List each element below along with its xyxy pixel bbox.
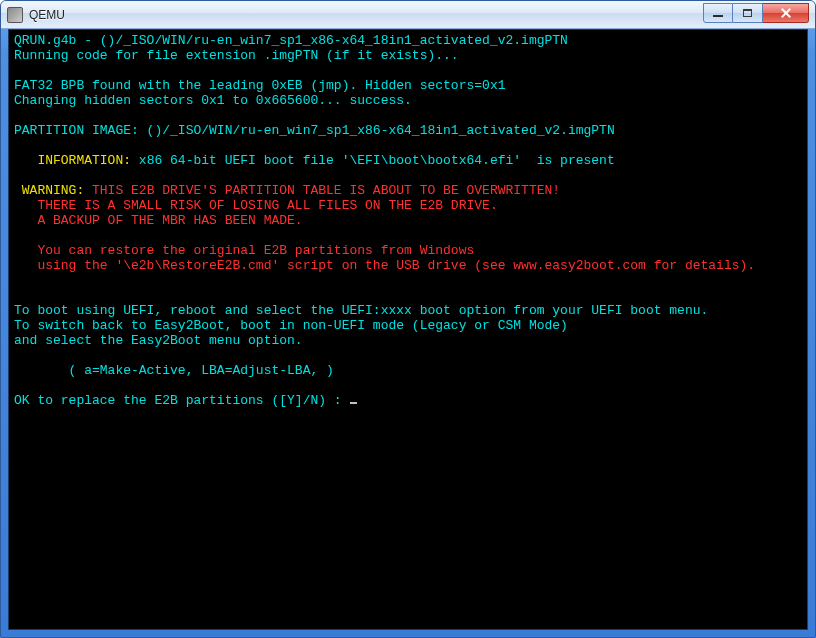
warning-line: using the '\e2b\RestoreE2B.cmd' script o…	[14, 258, 755, 273]
maximize-button[interactable]	[733, 3, 763, 23]
window-title: QEMU	[29, 8, 703, 22]
app-icon	[7, 7, 23, 23]
term-line: To switch back to Easy2Boot, boot in non…	[14, 318, 568, 333]
cursor-icon	[350, 402, 357, 404]
terminal-output[interactable]: QRUN.g4b - ()/_ISO/WIN/ru-en_win7_sp1_x8…	[8, 29, 808, 630]
warning-line: THERE IS A SMALL RISK OF LOSING ALL FILE…	[14, 198, 498, 213]
term-line: PARTITION IMAGE: ()/_ISO/WIN/ru-en_win7_…	[14, 123, 615, 138]
titlebar[interactable]: QEMU	[1, 1, 815, 29]
term-line: To boot using UEFI, reboot and select th…	[14, 303, 708, 318]
term-line: QRUN.g4b - ()/_ISO/WIN/ru-en_win7_sp1_x8…	[14, 33, 568, 48]
term-line: Running code for file extension .imgPTN …	[14, 48, 459, 63]
warning-line: You can restore the original E2B partiti…	[14, 243, 474, 258]
qemu-window: QEMU QRUN.g4b - ()/_ISO/WIN/ru-en_win7_s…	[0, 0, 816, 638]
term-line: ( a=Make-Active, LBA=Adjust-LBA, )	[14, 363, 334, 378]
window-controls	[703, 3, 809, 23]
prompt-line: OK to replace the E2B partitions ([Y]/N)…	[14, 393, 349, 408]
maximize-icon	[743, 9, 752, 17]
warning-label: WARNING:	[14, 183, 84, 198]
close-button[interactable]	[763, 3, 809, 23]
warning-line: A BACKUP OF THE MBR HAS BEEN MADE.	[14, 213, 303, 228]
client-area: QRUN.g4b - ()/_ISO/WIN/ru-en_win7_sp1_x8…	[8, 29, 808, 630]
minimize-icon	[713, 15, 723, 17]
info-text: x86 64-bit UEFI boot file '\EFI\boot\boo…	[131, 153, 615, 168]
minimize-button[interactable]	[703, 3, 733, 23]
close-icon	[780, 7, 792, 19]
term-line: FAT32 BPB found with the leading 0xEB (j…	[14, 78, 505, 93]
info-label: INFORMATION:	[14, 153, 131, 168]
term-line: and select the Easy2Boot menu option.	[14, 333, 303, 348]
warning-line: THIS E2B DRIVE'S PARTITION TABLE IS ABOU…	[84, 183, 560, 198]
term-line: Changing hidden sectors 0x1 to 0x665600.…	[14, 93, 412, 108]
